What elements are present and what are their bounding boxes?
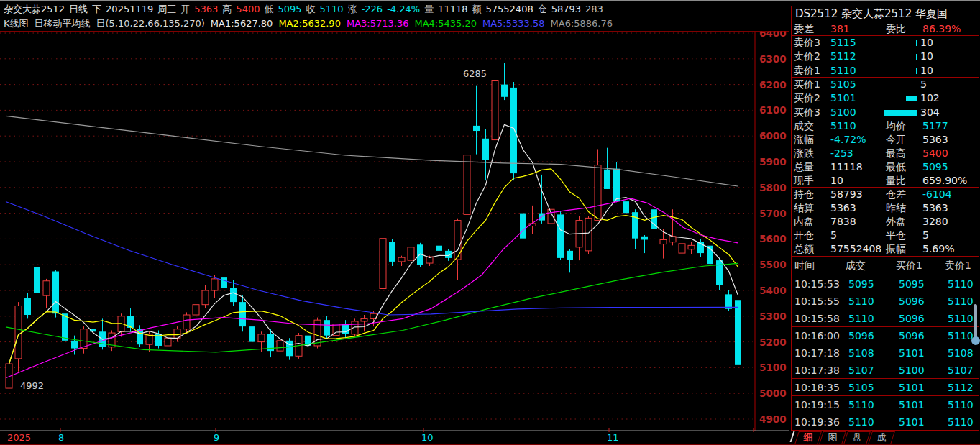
- weicha-row: 委差 381 委比 86.39%: [791, 22, 979, 36]
- candle: [324, 316, 330, 339]
- book-price: 5115: [830, 36, 856, 50]
- quote-segment: 5400: [236, 4, 260, 14]
- stat-label: 开仓: [794, 229, 814, 242]
- quote-segment: -226: [362, 4, 383, 14]
- stat-label: 今开: [886, 133, 906, 147]
- candle: [109, 330, 115, 351]
- volume-bar: [916, 40, 917, 46]
- candle: [679, 239, 685, 257]
- quote-segment: 低: [264, 4, 273, 14]
- stat-label: 涨跌: [794, 147, 814, 160]
- candle: [314, 318, 321, 349]
- candle: [389, 239, 395, 266]
- weibi-value: 86.39%: [922, 22, 961, 36]
- quote-segment: 周三: [157, 4, 176, 14]
- month-label: 8: [58, 432, 64, 443]
- tape-price: 5108: [848, 344, 874, 362]
- book-volume: 10: [920, 36, 933, 50]
- panel-right-border: [979, 6, 979, 430]
- tape-ask: 5110: [948, 396, 974, 413]
- panel-border: [791, 430, 979, 431]
- candle: [52, 270, 59, 318]
- stat-label: 现手: [794, 174, 814, 188]
- quote-segment: -4.24%: [387, 4, 420, 14]
- stat-value: 5363: [830, 201, 856, 215]
- tape-time: 10:18:35: [794, 379, 840, 396]
- tape-bid: 5100: [899, 362, 925, 379]
- tab-detail[interactable]: 细: [794, 431, 822, 444]
- tape-row: 10:19:36511051015110: [791, 413, 979, 431]
- stat-row: 总额57552408振幅5.69%: [791, 242, 979, 256]
- tape-ask: 5110: [948, 275, 974, 293]
- tape-time: 10:19:36: [794, 413, 840, 431]
- tab-trades[interactable]: 成: [868, 431, 895, 444]
- candle: [193, 301, 199, 321]
- stat-row: 现手10量比659.90%: [791, 174, 979, 188]
- stat-value: 659.90%: [922, 174, 967, 188]
- ma-value-segment: K线图: [4, 18, 29, 29]
- candle: [436, 244, 442, 265]
- candle: [361, 315, 367, 331]
- book-price: 5100: [830, 106, 856, 119]
- tape-price: 5096: [848, 327, 874, 344]
- quote-segment: 283: [585, 4, 603, 14]
- candle: [567, 249, 573, 273]
- chart-annotation: 4992: [20, 380, 44, 391]
- stat-value: 10: [830, 174, 843, 188]
- tab-chart-label: 图: [822, 432, 843, 444]
- tape-time: 10:15:58: [794, 310, 840, 327]
- tape-time: 10:15:55: [794, 293, 840, 310]
- book-price: 5101: [830, 91, 856, 105]
- candle: [473, 86, 480, 155]
- candle: [34, 252, 40, 296]
- kline-chart[interactable]: 6400630062006100600059005800570056005500…: [0, 31, 791, 445]
- price-tick-label: 5500: [759, 259, 787, 270]
- candle: [501, 63, 508, 100]
- tape-row: 10:16:00509650965110: [791, 327, 979, 344]
- tape-bid: 5101: [899, 413, 925, 431]
- candle: [716, 258, 723, 290]
- stat-value: 5.69%: [922, 242, 954, 256]
- candle: [735, 290, 741, 369]
- tape-scrollbar[interactable]: [974, 304, 977, 339]
- ma-value-segment: 日移动平均线: [35, 18, 91, 29]
- book-level-label: 卖价2: [794, 50, 820, 63]
- tape-scrollbar-thumb[interactable]: [971, 336, 980, 345]
- tab-trades-label: 成: [871, 432, 892, 444]
- tape-time: 10:15:53: [794, 275, 840, 293]
- volume-bar: [916, 68, 917, 74]
- volume-bar: [906, 96, 917, 101]
- contract-title[interactable]: DS2512 杂交大蒜2512 华夏国: [795, 6, 978, 21]
- tape-bid: 5101: [899, 344, 925, 362]
- quote-segment: 涨: [348, 4, 357, 14]
- tape-header-ask: 卖价1: [945, 257, 971, 274]
- kline-svg[interactable]: 6400630062006100600059005800570056005500…: [0, 31, 791, 445]
- tape-bid: 5096: [899, 327, 925, 344]
- price-tick-label: 5800: [759, 182, 787, 193]
- stat-value: -4.72%: [830, 133, 866, 147]
- quote-segment: 高: [222, 4, 232, 14]
- tape-price: 5110: [848, 413, 874, 431]
- weicha-label: 委差: [794, 22, 814, 36]
- stat-label: 持仓: [794, 188, 814, 201]
- candle: [492, 62, 498, 141]
- stat-label: 总量: [794, 160, 814, 174]
- ma-value-segment: MA6:5886.76: [551, 18, 613, 29]
- ma-value-segment: MA2:5632.90: [278, 18, 341, 29]
- stat-value: 5177: [922, 119, 948, 133]
- tab-chart[interactable]: 图: [819, 431, 846, 444]
- quote-segment: 11118: [438, 4, 467, 14]
- candle: [43, 279, 50, 308]
- ma-value-segment: MA1:5627.80: [211, 18, 273, 29]
- tab-depth[interactable]: 盘: [843, 431, 871, 444]
- chart-annotation: 6285: [463, 68, 487, 79]
- quote-segment: 5363: [194, 4, 218, 14]
- price-tick-label: 5100: [759, 362, 787, 373]
- stat-row: 涨跌-253最高5400: [791, 147, 979, 160]
- price-tick-label: 6200: [759, 79, 787, 91]
- tape-price: 5095: [848, 275, 874, 293]
- candle: [71, 336, 78, 355]
- tape-price: 5110: [848, 310, 874, 327]
- indicator-values-bar: K线图日移动平均线日(5,10,22,66,135,270)MA1:5627.8…: [4, 17, 618, 29]
- quote-segment: 仓: [538, 4, 547, 14]
